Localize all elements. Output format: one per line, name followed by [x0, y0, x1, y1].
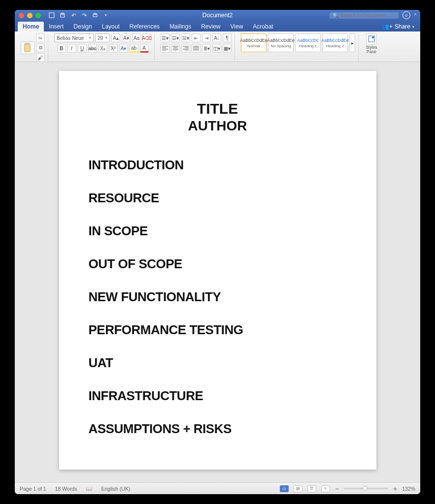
section-heading[interactable]: INFRASTRUCTURE — [89, 388, 347, 404]
svg-rect-4 — [25, 44, 30, 52]
svg-rect-1 — [62, 13, 64, 15]
section-heading[interactable]: RESOURCE — [89, 190, 347, 206]
section-heading[interactable]: ASSUMPTIONS + RISKS — [89, 421, 347, 437]
italic-button[interactable]: I — [67, 44, 76, 53]
strikethrough-button[interactable]: abc — [88, 44, 97, 53]
multilevel-icon[interactable]: ☱▾ — [181, 33, 190, 42]
doc-author[interactable]: AUTHOR — [89, 118, 347, 134]
ribbon: ✂ ⧉ 🖌 Paste Bebas Neue▾ 29▾ A▴ A▾ Aa A⌫ … — [15, 32, 420, 62]
section-heading[interactable]: INTRODUCTION — [89, 158, 347, 173]
tab-layout[interactable]: Layout — [97, 22, 125, 32]
increase-indent-icon[interactable]: ⇥ — [202, 33, 211, 42]
search-icon: 🔍 — [333, 13, 338, 18]
fullscreen-window-button[interactable] — [35, 13, 41, 18]
paste-button[interactable] — [21, 41, 34, 54]
style-normal[interactable]: AaBbCcDdEeNormal — [241, 33, 267, 52]
cut-icon[interactable]: ✂ — [36, 33, 45, 42]
paragraph-group: ☰▾ ☲▾ ☱▾ ⇤ ⇥ A↓ ¶ ≣▾ ◫▾ ▦▾ — [158, 33, 235, 62]
status-bar: Page 1 of 1 18 Words 📖 English (UK) ▭ ▤ … — [15, 482, 420, 494]
zoom-in-button[interactable]: + — [393, 485, 397, 493]
show-marks-icon[interactable]: ¶ — [223, 33, 232, 42]
tab-acrobat[interactable]: Acrobat — [248, 22, 278, 32]
account-icon[interactable]: ☺ — [402, 11, 410, 19]
change-case-icon[interactable]: Aa — [132, 33, 141, 42]
align-right-icon[interactable] — [181, 44, 190, 53]
align-left-icon[interactable] — [161, 44, 169, 53]
numbering-icon[interactable]: ☲▾ — [171, 33, 180, 42]
style-heading-1[interactable]: AaBbCcDcHeading 1 — [295, 33, 321, 52]
shading-icon[interactable]: ◫▾ — [212, 44, 221, 53]
qat-more-icon[interactable]: ▾ — [102, 11, 110, 19]
minimize-window-button[interactable] — [27, 13, 33, 18]
share-button[interactable]: 👥+Share▾ — [379, 23, 417, 32]
zoom-knob[interactable] — [363, 486, 368, 491]
tab-home[interactable]: Home — [18, 22, 44, 32]
format-painter-icon[interactable]: 🖌 — [36, 53, 45, 62]
clear-format-icon[interactable]: A⌫ — [142, 33, 151, 42]
tab-references[interactable]: References — [125, 22, 165, 32]
zoom-slider[interactable] — [344, 488, 388, 489]
web-layout-view-icon[interactable]: ▤ — [294, 485, 302, 492]
page-count[interactable]: Page 1 of 1 — [20, 486, 46, 492]
section-heading[interactable]: UAT — [89, 355, 347, 371]
word-count[interactable]: 18 Words — [55, 486, 77, 492]
borders-icon[interactable]: ▦▾ — [223, 44, 232, 53]
qat-print-icon[interactable] — [91, 11, 99, 19]
chevron-up-icon[interactable]: ^ — [414, 13, 416, 18]
font-name-select[interactable]: Bebas Neue▾ — [54, 33, 94, 42]
bullets-icon[interactable]: ☰▾ — [161, 33, 169, 42]
sort-icon[interactable]: A↓ — [212, 33, 221, 42]
subscript-button[interactable]: X₂ — [99, 44, 107, 53]
svg-point-7 — [372, 36, 374, 38]
print-layout-view-icon[interactable]: ▭ — [280, 485, 289, 492]
styles-pane-button[interactable] — [366, 33, 377, 44]
zoom-out-button[interactable]: − — [335, 485, 339, 493]
tab-design[interactable]: Design — [68, 22, 97, 32]
search-field[interactable]: 🔍 — [330, 12, 399, 19]
tab-mailings[interactable]: Mailings — [165, 22, 196, 32]
tab-insert[interactable]: Insert — [44, 22, 68, 32]
document-canvas[interactable]: TITLE AUTHOR INTRODUCTION RESOURCE IN SC… — [15, 62, 420, 482]
styles-more-icon[interactable]: ▸ — [349, 33, 355, 52]
grow-font-icon[interactable]: A▴ — [111, 33, 120, 42]
draft-view-icon[interactable]: ≡ — [321, 485, 330, 492]
qat-redo-icon[interactable]: ↷ — [80, 11, 88, 19]
tab-view[interactable]: View — [226, 22, 248, 32]
outline-view-icon[interactable]: ☰ — [307, 485, 316, 492]
doc-title[interactable]: TITLE — [89, 100, 347, 117]
copy-icon[interactable]: ⧉ — [36, 43, 45, 52]
line-spacing-icon[interactable]: ≣▾ — [202, 44, 211, 53]
section-heading[interactable]: PERFORMANCE TESTING — [89, 322, 347, 338]
qat-undo-area-icon[interactable] — [48, 11, 56, 19]
decrease-indent-icon[interactable]: ⇤ — [192, 33, 201, 42]
close-window-button[interactable] — [19, 13, 24, 18]
style-no-spacing[interactable]: AaBbCcDdEeNo Spacing — [268, 33, 294, 52]
justify-icon[interactable] — [192, 44, 201, 53]
align-center-icon[interactable] — [171, 44, 180, 53]
clipboard-group: ✂ ⧉ 🖌 Paste — [18, 33, 48, 62]
text-effects-icon[interactable]: A▾ — [119, 44, 128, 53]
highlight-icon[interactable]: ab — [130, 44, 138, 53]
search-input[interactable] — [340, 13, 396, 18]
section-heading[interactable]: OUT OF SCOPE — [89, 256, 347, 272]
underline-button[interactable]: U — [78, 44, 87, 53]
style-heading-2[interactable]: AaBbCcDdEeHeading 2 — [322, 33, 348, 52]
document-page[interactable]: TITLE AUTHOR INTRODUCTION RESOURCE IN SC… — [59, 71, 376, 470]
superscript-button[interactable]: X² — [109, 44, 118, 53]
svg-rect-0 — [49, 13, 54, 18]
qat-undo-icon[interactable]: ↶ — [69, 11, 77, 19]
traffic-lights — [19, 13, 41, 18]
font-color-icon[interactable]: A — [140, 44, 149, 53]
svg-rect-5 — [26, 43, 29, 44]
tab-review[interactable]: Review — [196, 22, 225, 32]
section-heading[interactable]: IN SCOPE — [89, 223, 347, 239]
shrink-font-icon[interactable]: A▾ — [122, 33, 131, 42]
language-label[interactable]: English (UK) — [101, 486, 130, 492]
zoom-level[interactable]: 132% — [402, 486, 415, 492]
ribbon-tabs: Home Insert Design Layout References Mai… — [15, 21, 420, 32]
bold-button[interactable]: B — [57, 44, 66, 53]
qat-save-icon[interactable] — [59, 11, 67, 19]
section-heading[interactable]: NEW FUNCTIONALITY — [89, 289, 347, 305]
spellcheck-icon[interactable]: 📖 — [86, 485, 92, 492]
font-size-select[interactable]: 29▾ — [95, 33, 110, 42]
